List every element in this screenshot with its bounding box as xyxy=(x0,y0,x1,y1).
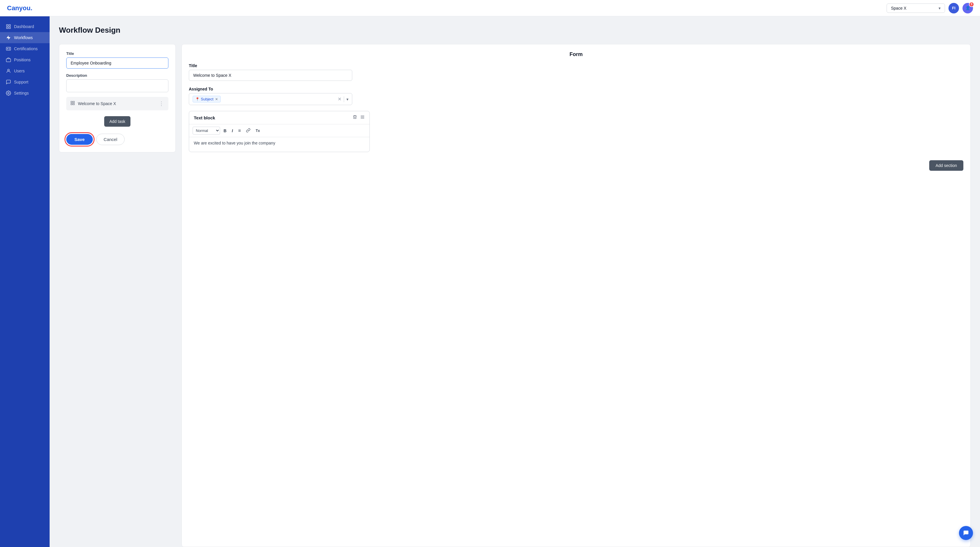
chevron-down-icon xyxy=(939,6,940,11)
description-label: Description xyxy=(66,73,169,78)
text-block-body[interactable]: We are excited to have you join the comp… xyxy=(189,137,369,152)
clear-format-button[interactable]: Tx xyxy=(254,127,261,134)
svg-rect-6 xyxy=(6,59,11,62)
form-title: Form xyxy=(189,51,963,57)
chat-bubble-button[interactable] xyxy=(959,526,973,540)
svg-point-5 xyxy=(7,48,8,49)
format-select[interactable]: Normal Heading 1 Heading 2 Heading 3 xyxy=(192,127,220,135)
svg-rect-2 xyxy=(9,27,11,29)
svg-rect-0 xyxy=(6,24,8,26)
avatar-fi[interactable]: FI xyxy=(948,3,959,13)
sidebar-item-positions[interactable]: Positions xyxy=(0,54,49,65)
chat-icon xyxy=(6,80,11,85)
assigned-to-box[interactable]: 📍 Subject ✕ ✕ ▾ xyxy=(189,93,352,105)
clear-icon[interactable]: ✕ xyxy=(338,96,342,102)
notification-badge: 9 xyxy=(969,2,974,7)
svg-point-8 xyxy=(8,92,10,94)
svg-rect-12 xyxy=(71,103,72,105)
svg-rect-1 xyxy=(9,24,11,26)
text-block-header: Text block xyxy=(189,111,369,124)
list-button[interactable]: ≡ xyxy=(236,127,242,135)
sidebar-label-dashboard: Dashboard xyxy=(14,24,34,29)
task-item-welcome[interactable]: Welcome to Space X ⋮ xyxy=(66,97,169,110)
briefcase-icon xyxy=(6,57,11,62)
chip-label: Subject xyxy=(201,97,213,101)
id-card-icon xyxy=(6,46,11,51)
action-row: Save Cancel xyxy=(66,134,169,145)
sidebar-label-users: Users xyxy=(14,68,25,73)
grid-icon xyxy=(6,24,11,29)
main-content: Workflow Design Title Description xyxy=(49,16,980,547)
svg-rect-9 xyxy=(71,101,72,103)
delete-icon[interactable] xyxy=(353,115,357,121)
text-block-toolbar: Normal Heading 1 Heading 2 Heading 3 B I… xyxy=(189,124,369,137)
task-grid-icon xyxy=(70,101,75,107)
title-input[interactable] xyxy=(66,57,169,68)
right-panel: Form Title Assigned To 📍 Subject ✕ xyxy=(181,44,970,547)
form-title-label: Title xyxy=(189,64,963,68)
left-panel: Title Description Welcome to Space X xyxy=(59,44,176,153)
link-button[interactable] xyxy=(244,127,252,135)
description-field-group: Description xyxy=(66,73,169,92)
subject-chip[interactable]: 📍 Subject ✕ xyxy=(192,96,221,102)
task-menu-icon[interactable]: ⋮ xyxy=(159,100,164,107)
sidebar-item-settings[interactable]: Settings xyxy=(0,87,49,99)
sidebar-label-workflows: Workflows xyxy=(14,35,33,40)
space-selector-value: Space X xyxy=(891,6,907,11)
text-block-card: Text block xyxy=(189,111,370,152)
app-logo: Canyou. xyxy=(7,5,32,12)
avatar-notif[interactable]: 👤 9 xyxy=(963,3,973,13)
menu-lines-icon[interactable] xyxy=(360,115,365,121)
gear-icon xyxy=(6,91,11,96)
add-task-button[interactable]: Add task xyxy=(104,116,130,127)
italic-button[interactable]: I xyxy=(230,127,235,134)
sidebar-item-support[interactable]: Support xyxy=(0,76,49,87)
topnav: Canyou. Space X FI 👤 9 xyxy=(0,0,980,16)
text-block-actions xyxy=(353,115,365,121)
text-block-title: Text block xyxy=(194,115,215,120)
title-label: Title xyxy=(66,51,169,56)
add-section-button[interactable]: Add section xyxy=(929,160,963,171)
assigned-to-label: Assigned To xyxy=(189,87,963,91)
save-button[interactable]: Save xyxy=(66,134,93,145)
svg-point-7 xyxy=(8,69,10,71)
sidebar-item-users[interactable]: Users xyxy=(0,65,49,76)
space-selector[interactable]: Space X xyxy=(887,3,945,13)
sidebar-label-certifications: Certifications xyxy=(14,46,38,51)
bolt-icon xyxy=(6,35,11,40)
user-icon xyxy=(6,68,11,73)
svg-rect-3 xyxy=(6,27,8,29)
bold-button[interactable]: B xyxy=(222,127,228,134)
panels: Title Description Welcome to Space X xyxy=(59,44,970,547)
form-title-input[interactable] xyxy=(189,70,352,81)
svg-rect-10 xyxy=(73,101,75,103)
form-title-group: Title xyxy=(189,64,963,81)
cancel-button[interactable]: Cancel xyxy=(96,134,125,145)
app-body: Dashboard Workflows Certifications xyxy=(0,16,980,547)
svg-rect-11 xyxy=(73,103,75,105)
location-icon: 📍 xyxy=(195,97,200,101)
title-field-group: Title xyxy=(66,51,169,68)
page-title: Workflow Design xyxy=(59,26,970,35)
sidebar-item-workflows[interactable]: Workflows xyxy=(0,32,49,43)
dropdown-icon[interactable]: ▾ xyxy=(347,97,348,102)
sidebar-label-settings: Settings xyxy=(14,91,29,95)
sidebar: Dashboard Workflows Certifications xyxy=(0,16,49,547)
topnav-right: Space X FI 👤 9 xyxy=(887,3,973,13)
sidebar-label-positions: Positions xyxy=(14,57,31,62)
sidebar-item-certifications[interactable]: Certifications xyxy=(0,43,49,54)
chip-remove-icon[interactable]: ✕ xyxy=(215,97,218,101)
description-input[interactable] xyxy=(66,80,169,92)
task-item-label: Welcome to Space X xyxy=(78,101,156,106)
sidebar-item-dashboard[interactable]: Dashboard xyxy=(0,21,49,32)
sidebar-label-support: Support xyxy=(14,80,28,84)
assigned-to-group: Assigned To 📍 Subject ✕ ✕ ▾ xyxy=(189,87,963,105)
